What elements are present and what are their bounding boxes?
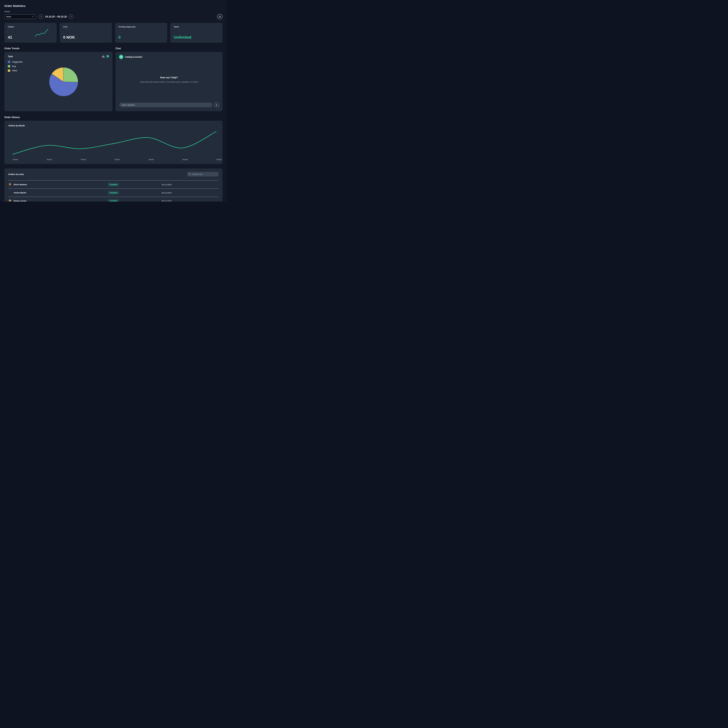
user-search-input[interactable]	[192, 173, 217, 175]
stat-card-orders: Orders 41	[5, 23, 57, 43]
section-headings: Order Trends Chat	[5, 47, 222, 50]
svg-text:Month: Month	[13, 158, 18, 161]
orders-by-user-card: Orders by User Oliver Madsen Complete 09…	[5, 168, 222, 202]
avatar	[8, 183, 12, 186]
orders-sparkline	[35, 28, 49, 37]
pie-legend: Suggestion Bug Other	[8, 61, 23, 72]
stat-label: Cost	[63, 26, 109, 28]
prev-period-button[interactable]	[39, 14, 43, 19]
legend-label: Bug	[12, 65, 16, 67]
user-search-box[interactable]	[187, 172, 219, 176]
stat-label: Pending Approvals	[119, 26, 164, 28]
stat-value: 0 NOK	[63, 35, 109, 40]
trends-card-title: Type	[8, 55, 13, 58]
legend-swatch	[8, 65, 10, 67]
assistant-name: Catalog Assistant	[125, 56, 142, 58]
send-icon: ➤	[216, 104, 217, 106]
order-statistics-page: Order Statistics Period Week 03.10.25 – …	[0, 0, 227, 202]
download-icon	[219, 15, 221, 18]
orders-by-month-card: Orders by Month MonthMonthMonthMonthMont…	[5, 121, 222, 164]
svg-text:Month: Month	[47, 158, 52, 161]
stats-row: Orders 41 Cost 0 NOK Pending Approvals 0…	[5, 23, 222, 43]
stat-card-pending-approvals: Pending Approvals 0	[115, 23, 167, 43]
avatar	[8, 199, 12, 202]
table-row[interactable]: Adrian Bjerke Complete 09.10.2025	[8, 189, 219, 197]
legend-item-other: Other	[8, 69, 23, 72]
status-badge: Complete	[108, 199, 119, 202]
search-icon	[189, 173, 191, 176]
cart-icon	[119, 55, 123, 59]
stat-value: 0	[119, 35, 164, 40]
svg-text:Month: Month	[217, 158, 222, 161]
user-name: Oliver Madsen	[14, 184, 27, 186]
svg-text:Month: Month	[149, 158, 154, 161]
chat-input-row: ➤	[119, 102, 219, 107]
order-trends-card: Type Sugge	[5, 52, 113, 111]
legend-swatch	[8, 61, 10, 63]
page-title: Order Statistics	[5, 5, 222, 8]
chat-question-input[interactable]	[119, 102, 212, 107]
order-date: 09.10.2025	[162, 184, 172, 186]
status-badge: Complete	[108, 191, 119, 195]
legend-swatch	[8, 69, 10, 72]
legend-item-suggestion: Suggestion	[8, 61, 23, 63]
date-range: 03.10.25 – 09.10.25	[45, 15, 67, 18]
chevron-right-icon	[70, 15, 72, 18]
pie-chart-icon[interactable]	[106, 55, 109, 58]
avatar	[8, 191, 12, 194]
svg-text:Month: Month	[81, 158, 86, 161]
next-period-button[interactable]	[69, 14, 73, 19]
order-date: 08.10.2025	[162, 200, 172, 202]
stat-card-cost: Cost 0 NOK	[60, 23, 112, 43]
svg-text:Month: Month	[115, 158, 120, 161]
orders-by-month-line-chart: MonthMonthMonthMonthMonthMonthMonth	[5, 121, 222, 164]
orders-by-user-table: Oliver Madsen Complete 09.10.2025 Adrian…	[8, 180, 219, 202]
chevron-left-icon	[40, 15, 42, 18]
trends-card-header: Type	[8, 55, 109, 58]
chat-card: Catalog Assistant How can I help? Need h…	[115, 52, 222, 111]
period-select-value: Week	[6, 15, 11, 18]
period-label: Period	[5, 11, 222, 13]
download-button[interactable]	[217, 14, 222, 19]
legend-label: Suggestion	[12, 61, 23, 63]
legend-item-bug: Bug	[8, 65, 23, 67]
bar-chart-icon[interactable]	[102, 55, 105, 58]
send-button[interactable]: ➤	[214, 102, 219, 107]
user-name: Emma Larsen	[14, 200, 26, 202]
order-history-heading: Order History	[5, 116, 222, 119]
chart-view-toggle	[102, 55, 109, 58]
table-row[interactable]: Emma Larsen Complete 08.10.2025	[8, 197, 219, 202]
chat-card-header: Catalog Assistant	[119, 55, 219, 59]
order-date: 09.10.2025	[162, 192, 172, 194]
chat-subtext: Need help with product orders? Ask about…	[121, 81, 217, 83]
orders-by-month-title: Orders by Month	[8, 124, 25, 127]
orders-by-user-header: Orders by User	[8, 168, 219, 176]
chat-empty-state: How can I help? Need help with product o…	[115, 76, 222, 83]
chevron-down-icon	[32, 15, 34, 18]
stat-label: Stock	[174, 26, 219, 28]
status-badge: Complete	[108, 183, 119, 187]
stat-value: Unlimited	[174, 35, 219, 40]
table-row[interactable]: Oliver Madsen Complete 09.10.2025	[8, 180, 219, 189]
legend-label: Other	[12, 69, 17, 72]
order-trends-heading: Order Trends	[5, 47, 113, 50]
chat-heading: Chat	[115, 47, 121, 50]
trends-chat-row: Type Sugge	[5, 52, 222, 111]
svg-text:Month: Month	[183, 158, 188, 161]
stat-label: Orders	[8, 26, 53, 28]
period-controls: Week 03.10.25 – 09.10.25	[5, 14, 222, 19]
period-select[interactable]: Week	[5, 14, 35, 19]
chat-headline: How can I help?	[121, 76, 217, 79]
stat-card-stock: Stock Unlimited	[170, 23, 222, 43]
orders-by-user-title: Orders by User	[8, 173, 24, 176]
user-name: Adrian Bjerke	[14, 192, 26, 194]
